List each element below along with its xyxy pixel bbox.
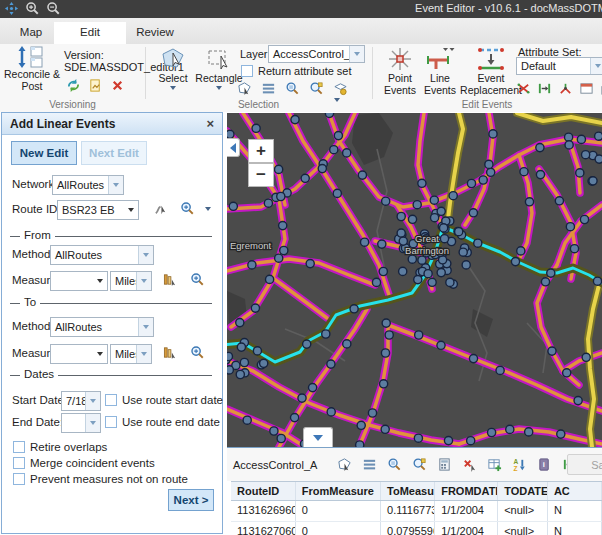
close-icon[interactable]: × [206, 117, 214, 130]
column-header[interactable]: FromMeasure [296, 482, 381, 500]
reconcile-post-button[interactable]: Reconcile & Post [2, 46, 62, 93]
column-header[interactable]: AC [548, 482, 602, 500]
to-measure-combo[interactable] [50, 344, 108, 364]
end-date-dropdown[interactable] [61, 413, 101, 433]
zoom-to-selected-icon[interactable] [412, 457, 428, 473]
point-events-label: Point Events [380, 73, 420, 97]
collapse-panel-button[interactable] [227, 138, 240, 157]
versioning-tools [66, 78, 125, 93]
panel-header: Add Linear Events × [2, 113, 222, 135]
column-header[interactable]: TODATE [498, 482, 548, 500]
table-cell: N [548, 501, 602, 521]
save-button[interactable]: Sa [567, 454, 602, 475]
next-edit-button[interactable]: Next Edit [81, 141, 147, 165]
pick-route-on-map-icon[interactable] [153, 201, 168, 216]
to-method-dropdown[interactable]: AllRoutes [50, 317, 154, 337]
use-route-start-checkbox[interactable] [105, 394, 117, 406]
attribute-set-value: Default [517, 60, 590, 72]
collapse-table-button[interactable] [303, 427, 333, 447]
prevent-measures-label: Prevent measures not on route [30, 473, 188, 485]
save-version-icon[interactable] [88, 78, 103, 93]
to-units-dropdown[interactable]: Miles [110, 344, 152, 364]
window-title: Event Editor - v10.6.1 - docMassDOTM [415, 2, 602, 14]
attribute-window-icon[interactable] [579, 81, 594, 96]
section-versioning: Versioning [0, 99, 145, 110]
start-date-value: 7/18/ [62, 395, 85, 407]
zoom-to-measure-icon[interactable] [190, 272, 205, 287]
merge-coincident-checkbox[interactable] [13, 457, 25, 469]
use-route-end-checkbox[interactable] [105, 416, 117, 428]
column-header[interactable]: ToMeasure [381, 482, 435, 500]
zoom-to-route-icon[interactable] [180, 201, 195, 216]
tab-edit[interactable]: Edit [54, 22, 126, 44]
zoom-to-measure-icon[interactable] [190, 345, 205, 360]
identify-window-icon[interactable]: i [537, 457, 553, 473]
select-by-polygon-icon[interactable] [237, 81, 252, 96]
point-events-button[interactable]: Point Events [380, 46, 420, 97]
selectable-layers-icon[interactable] [333, 81, 348, 96]
ribbon: Reconcile & Post Version: SDE.MASSDOT_ed… [0, 44, 602, 112]
tab-map[interactable]: Map [8, 22, 54, 44]
next-button[interactable]: Next > [168, 489, 214, 511]
layer-dropdown[interactable]: AccessControl_A [268, 45, 365, 63]
zoom-in-icon[interactable] [25, 1, 40, 16]
svg-text:Great: Great [415, 233, 439, 244]
zoom-to-selected-icon[interactable] [309, 81, 324, 96]
table-cell: 0 [296, 501, 381, 521]
delete-version-icon[interactable] [110, 78, 125, 93]
new-edit-button[interactable]: New Edit [11, 141, 77, 165]
merge-event-icon[interactable] [558, 81, 573, 96]
line-events-button[interactable]: Line Events [420, 46, 460, 97]
pan-icon[interactable] [4, 1, 19, 16]
route-id-combo[interactable]: BSR23 EB [57, 200, 139, 220]
route-id-value: BSR23 EB [58, 204, 123, 216]
from-method-dropdown[interactable]: AllRoutes [50, 245, 154, 265]
tab-review[interactable]: Review [126, 22, 184, 44]
return-attribute-checkbox[interactable] [241, 65, 253, 77]
prevent-measures-checkbox[interactable] [13, 473, 25, 485]
map-zoom-in-button[interactable]: + [248, 139, 274, 163]
map-zoom-out-button[interactable]: − [248, 163, 274, 187]
zoom-out-icon[interactable] [46, 1, 61, 16]
column-header[interactable]: FROMDATE [435, 482, 498, 500]
split-event-icon[interactable] [516, 81, 531, 96]
move-event-icon[interactable] [537, 81, 552, 96]
rectangle-tool-button[interactable]: Rectangle [196, 46, 242, 90]
selection-list-icon[interactable] [261, 81, 276, 96]
svg-text:i: i [543, 460, 545, 469]
route-tools [153, 201, 195, 216]
network-label: Network: [12, 178, 57, 190]
selection-list-icon[interactable] [362, 457, 378, 473]
add-record-icon[interactable] [487, 457, 503, 473]
sort-records-icon[interactable]: AZ [512, 457, 528, 473]
rectangle-tool-icon [206, 46, 232, 72]
table-toolbar: AccessControl_A AZi Sa [227, 448, 602, 481]
zoom-route-caret[interactable] [205, 207, 211, 211]
from-measure-combo[interactable] [50, 271, 108, 291]
pick-measure-on-map-icon[interactable] [162, 272, 177, 287]
zoom-to-selection-icon[interactable] [285, 81, 300, 96]
clear-selection-icon[interactable] [462, 457, 478, 473]
table-row[interactable]: 1131626960000.11167731/1/2004<null>N [231, 501, 602, 522]
from-method-value: AllRoutes [51, 249, 138, 261]
table-row[interactable]: 1131627060000.07955961/1/2004<null>N [231, 522, 602, 535]
version-conflicts-icon[interactable] [66, 78, 81, 93]
network-dropdown[interactable]: AllRoutes [52, 175, 124, 195]
pick-measure-on-map-icon[interactable] [162, 345, 177, 360]
table-header: RouteIDFromMeasureToMeasureFROMDATETODAT… [231, 481, 602, 501]
retire-overlaps-checkbox[interactable] [13, 441, 25, 453]
from-units-dropdown[interactable]: Miles [110, 271, 152, 291]
select-tool-button[interactable]: Select [152, 46, 194, 90]
start-date-dropdown[interactable]: 7/18/ [61, 391, 101, 411]
select-tool-label: Select [158, 73, 187, 85]
attribute-set-dropdown[interactable]: Default [516, 57, 602, 75]
column-header[interactable]: RouteID [231, 482, 296, 500]
event-replacement-button[interactable]: Event Replacement [460, 46, 522, 97]
zoom-to-selection-icon[interactable] [387, 457, 403, 473]
map-view[interactable]: EgremontGreatBarrington + − [227, 113, 602, 447]
calculate-field-icon[interactable] [437, 457, 453, 473]
use-route-end-label: Use route end date [122, 416, 220, 428]
select-by-polygon-icon[interactable] [337, 457, 353, 473]
event-editor-window: Event Editor - v10.6.1 - docMassDOTM Map… [0, 0, 602, 535]
selection-tools [237, 81, 348, 96]
